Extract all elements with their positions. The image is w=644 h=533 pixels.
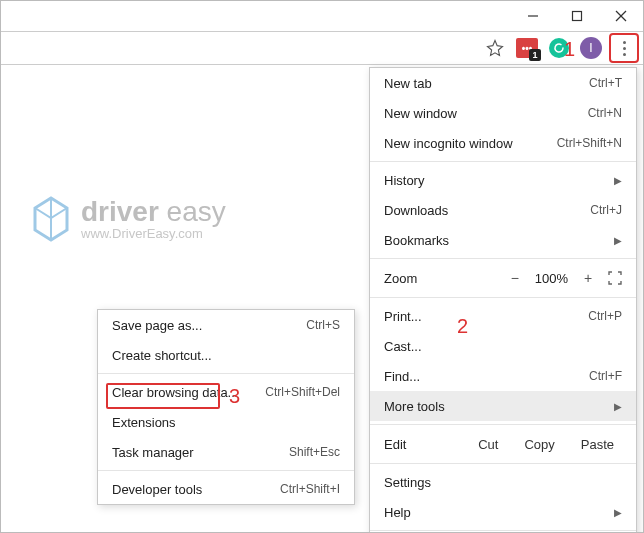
menu-zoom: Zoom − 100% + [370,262,636,294]
submenu-extensions[interactable]: Extensions [98,407,354,437]
menu-history[interactable]: History▶ [370,165,636,195]
extension-badge[interactable]: ••• 1 [513,34,541,62]
submenu-developer-tools[interactable]: Developer toolsCtrl+Shift+I [98,474,354,504]
menu-separator [370,463,636,464]
menu-separator [370,161,636,162]
chrome-menu-button[interactable] [609,33,639,63]
menu-more-tools[interactable]: More tools▶ [370,391,636,421]
annotation-highlight-extensions [106,383,220,409]
chrome-main-menu: New tabCtrl+T New windowCtrl+N New incog… [369,67,637,533]
chevron-right-icon: ▶ [614,401,622,412]
kebab-icon [623,39,626,57]
edit-paste-button[interactable]: Paste [573,434,622,455]
profile-avatar[interactable]: I [577,34,605,62]
fullscreen-icon[interactable] [608,271,622,285]
avatar-initial: I [589,41,592,55]
menu-new-tab[interactable]: New tabCtrl+T [370,68,636,98]
zoom-label: Zoom [384,271,417,286]
edit-label: Edit [384,437,406,452]
annotation-3: 3 [229,385,240,408]
watermark-title: driver easy [81,198,226,226]
menu-separator [370,297,636,298]
minimize-button[interactable] [511,1,555,31]
menu-separator [370,258,636,259]
menu-find[interactable]: Find...Ctrl+F [370,361,636,391]
chevron-right-icon: ▶ [614,175,622,186]
menu-downloads[interactable]: DownloadsCtrl+J [370,195,636,225]
ext-badge-count: 1 [529,49,541,61]
watermark-url: www.DriverEasy.com [81,226,226,241]
menu-help[interactable]: Help▶ [370,497,636,527]
menu-cast[interactable]: Cast... [370,331,636,361]
menu-new-window[interactable]: New windowCtrl+N [370,98,636,128]
menu-print[interactable]: Print...Ctrl+P [370,301,636,331]
chrome-window: ••• 1 I driver easy www.DriverEasy.com N… [0,0,644,533]
submenu-task-manager[interactable]: Task managerShift+Esc [98,437,354,467]
chevron-right-icon: ▶ [614,507,622,518]
drivereasy-cube-icon [31,196,71,242]
submenu-create-shortcut[interactable]: Create shortcut... [98,340,354,370]
window-titlebar [1,1,643,31]
menu-bookmarks[interactable]: Bookmarks▶ [370,225,636,255]
menu-separator [370,530,636,531]
menu-settings[interactable]: Settings [370,467,636,497]
svg-rect-1 [573,12,582,21]
edit-cut-button[interactable]: Cut [470,434,506,455]
browser-toolbar: ••• 1 I [1,31,643,65]
maximize-button[interactable] [555,1,599,31]
submenu-save-page[interactable]: Save page as...Ctrl+S [98,310,354,340]
zoom-in-button[interactable]: + [580,270,596,286]
zoom-out-button[interactable]: − [507,270,523,286]
menu-separator [370,424,636,425]
close-button[interactable] [599,1,643,31]
menu-separator [98,373,354,374]
zoom-value: 100% [535,271,568,286]
menu-edit: Edit Cut Copy Paste [370,428,636,460]
watermark-logo: driver easy www.DriverEasy.com [31,196,226,242]
annotation-2: 2 [457,315,468,338]
annotation-1: 1 [564,38,575,61]
chevron-right-icon: ▶ [614,235,622,246]
bookmark-star-icon[interactable] [481,34,509,62]
edit-copy-button[interactable]: Copy [516,434,562,455]
menu-new-incognito[interactable]: New incognito windowCtrl+Shift+N [370,128,636,158]
menu-separator [98,470,354,471]
